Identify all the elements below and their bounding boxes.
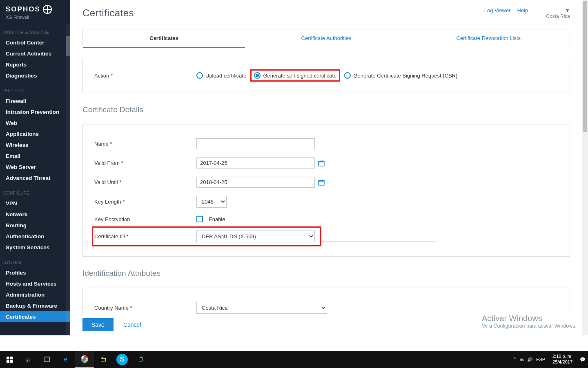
chrome-icon[interactable] xyxy=(75,351,94,368)
sidebar-section-header: SYSTEM xyxy=(0,253,70,267)
sidebar-item-profiles[interactable]: Profiles xyxy=(0,267,70,278)
sidebar-section-header: CONFIGURE xyxy=(0,184,70,198)
sidebar-item-network[interactable]: Network xyxy=(0,209,70,220)
svg-rect-3 xyxy=(323,160,323,162)
radio-label: Generate self-signed certificate xyxy=(263,73,336,79)
taskbar: ⌕ ❐ e 🗀 S 🗒 ˄ 🖧 🔊 ESP 2:10 p. m. 25/4/20… xyxy=(0,351,588,368)
sidebar-item-reports[interactable]: Reports xyxy=(0,59,70,70)
radio-generate-self-signed[interactable]: Generate self-signed certificate xyxy=(250,69,340,82)
sidebar-item-advanced-threat[interactable]: Advanced Threat xyxy=(0,173,70,184)
sidebar-item-intrusion-prevention[interactable]: Intrusion Prevention xyxy=(0,106,70,117)
radio-generate-csr[interactable]: Generate Certificate Signing Request (CS… xyxy=(344,72,457,79)
calendar-icon[interactable] xyxy=(318,160,325,166)
valid-from-label: Valid From * xyxy=(94,160,196,166)
main-scrollbar[interactable] xyxy=(582,0,588,335)
svg-rect-6 xyxy=(320,180,321,181)
radio-upload-certificate[interactable]: Upload certificate xyxy=(196,72,246,79)
tab-crl[interactable]: Certificate Revocation Lists xyxy=(408,29,570,48)
network-icon[interactable]: 🖧 xyxy=(519,357,524,362)
user-country: Costa Rica xyxy=(546,13,570,19)
save-button[interactable]: Save xyxy=(82,318,114,331)
page-title: Certificates xyxy=(82,7,134,19)
sidebar-item-routing[interactable]: Routing xyxy=(0,220,70,231)
sidebar-item-applications[interactable]: Applications xyxy=(0,129,70,140)
calendar-icon[interactable] xyxy=(318,179,325,186)
name-input[interactable] xyxy=(196,138,315,149)
user-menu[interactable]: ▼ Costa Rica xyxy=(546,7,570,19)
start-button[interactable] xyxy=(0,351,19,368)
clock[interactable]: 2:10 p. m. 25/4/2017 xyxy=(549,354,576,365)
name-label: Name * xyxy=(94,141,196,147)
svg-rect-5 xyxy=(318,180,324,182)
tab-certificates[interactable]: Certificates xyxy=(83,29,245,48)
product-name: XG Firewall xyxy=(6,15,65,20)
sidebar-item-wireless[interactable]: Wireless xyxy=(0,140,70,151)
radio-label: Generate Certificate Signing Request (CS… xyxy=(353,73,457,79)
svg-rect-7 xyxy=(323,180,323,181)
tabs: Certificates Certificate Authorities Cer… xyxy=(82,29,570,48)
sidebar-scrollbar[interactable] xyxy=(66,24,70,335)
sidebar-item-firewall[interactable]: Firewall xyxy=(0,95,70,106)
certificate-details-title: Certificate Details xyxy=(82,105,570,114)
brand-icon xyxy=(43,5,52,14)
edge-icon[interactable]: e xyxy=(56,351,75,368)
skype-icon[interactable]: S xyxy=(116,354,128,365)
notepad-icon[interactable]: 🗒 xyxy=(131,351,150,368)
key-length-select[interactable]: 2048 xyxy=(196,196,227,208)
country-name-select[interactable]: Costa Rica xyxy=(196,302,327,314)
file-explorer-icon[interactable]: 🗀 xyxy=(94,351,113,368)
certificate-id-label: Certificate ID * xyxy=(94,233,196,239)
sidebar-item-certificates[interactable]: Certificates xyxy=(0,311,70,322)
windows-watermark: Activar Windows Ve a Configuración para … xyxy=(482,314,577,329)
sidebar-item-vpn[interactable]: VPN xyxy=(0,198,70,209)
sidebar-item-administration[interactable]: Administration xyxy=(0,289,70,300)
help-link[interactable]: Help xyxy=(517,7,528,13)
sidebar-item-authentication[interactable]: Authentication xyxy=(0,231,70,242)
sidebar-item-current-activities[interactable]: Current Activities xyxy=(0,48,70,59)
notifications-icon[interactable]: 💬 xyxy=(580,357,586,362)
action-label: Action * xyxy=(94,73,196,79)
main-content: Certificates Log Viewer Help ▼ Costa Ric… xyxy=(70,0,582,335)
sidebar-item-control-center[interactable]: Control Center xyxy=(0,37,70,48)
certificate-id-extra-input[interactable] xyxy=(319,231,437,242)
search-icon[interactable]: ⌕ xyxy=(19,351,38,368)
action-panel: Action * Upload certificate Generate sel… xyxy=(82,58,570,93)
key-encryption-label: Key Encryption xyxy=(94,216,196,222)
country-name-label: Country Name * xyxy=(94,305,196,311)
sidebar-item-email[interactable]: Email xyxy=(0,151,70,162)
sidebar-item-hosts-and-services[interactable]: Hosts and Services xyxy=(0,278,70,289)
language-indicator[interactable]: ESP xyxy=(536,357,545,362)
sidebar-item-backup-firmware[interactable]: Backup & Firmware xyxy=(0,300,70,311)
sidebar-section-header: PROTECT xyxy=(0,81,70,95)
tab-certificate-authorities[interactable]: Certificate Authorities xyxy=(245,29,407,48)
log-viewer-link[interactable]: Log Viewer xyxy=(484,7,511,13)
key-length-label: Key Length * xyxy=(94,199,196,205)
volume-icon[interactable]: 🔊 xyxy=(527,357,533,362)
key-encryption-enable-label: Enable xyxy=(209,216,225,222)
tray-up-icon[interactable]: ˄ xyxy=(514,357,516,362)
logo-area: SOPHOS XG Firewall xyxy=(0,0,70,23)
svg-rect-2 xyxy=(320,160,321,162)
sidebar-item-diagnostics[interactable]: Diagnostics xyxy=(0,70,70,81)
identification-attributes-title: Identification Attributes xyxy=(82,269,570,278)
task-view-icon[interactable]: ❐ xyxy=(38,351,56,368)
sidebar-section-header: MONITOR & ANALYZE xyxy=(0,23,70,37)
valid-until-label: Valid Until * xyxy=(94,179,196,185)
cancel-button[interactable]: Cancel xyxy=(123,321,141,328)
sidebar-item-system-services[interactable]: System Services xyxy=(0,242,70,253)
sidebar-item-web-server[interactable]: Web Server xyxy=(0,162,70,173)
chevron-down-icon: ▼ xyxy=(565,7,570,13)
sidebar: SOPHOS XG Firewall MONITOR & ANALYZECont… xyxy=(0,0,70,335)
svg-rect-1 xyxy=(318,161,324,162)
radio-label: Upload certificate xyxy=(205,73,246,79)
sidebar-item-web[interactable]: Web xyxy=(0,117,70,129)
valid-until-input[interactable] xyxy=(196,177,315,188)
brand-name: SOPHOS xyxy=(6,5,40,13)
valid-from-input[interactable] xyxy=(196,157,315,168)
certificate-id-select[interactable]: DER ASN1 DN (X.509) xyxy=(196,231,315,242)
key-encryption-checkbox[interactable] xyxy=(196,216,203,222)
certificate-details-panel: Name * Valid From * Valid Until * Key Le… xyxy=(82,124,570,257)
